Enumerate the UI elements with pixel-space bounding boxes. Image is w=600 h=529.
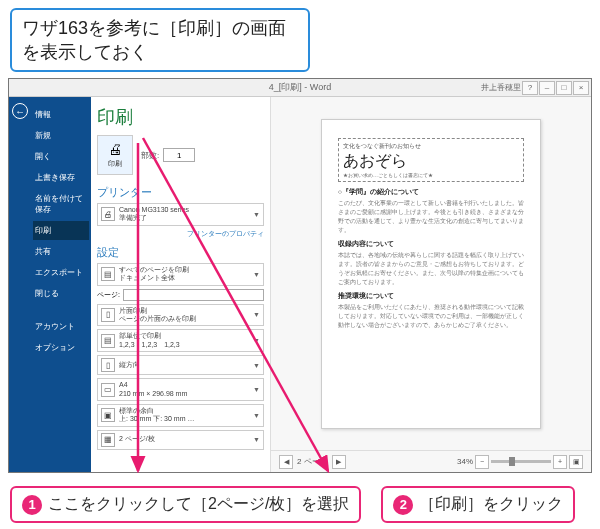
print-heading: 印刷 (97, 105, 264, 129)
doc-pretitle: 文化をつなぐ新刊のお知らせ (343, 142, 519, 151)
settings-section-heading: 設定 (97, 245, 264, 260)
callout-number-1: 1 (22, 495, 42, 515)
callout-1: 1 ここをクリックして［2ページ/枚］を選択 (10, 486, 361, 523)
chevron-down-icon: ▼ (253, 271, 260, 278)
sidebar-item-open[interactable]: 開く (33, 147, 89, 166)
zoom-value: 34% (457, 457, 473, 466)
doc-para: 本製品をご利用いただくにあたり、推奨される動作環境について記載しております。対応… (338, 303, 524, 330)
printer-icon: 🖨 (108, 141, 122, 157)
print-range-select[interactable]: ▤ すべてのページを印刷ドキュメント全体 ▼ (97, 263, 264, 286)
backstage-back-column: ← (9, 97, 31, 472)
print-button-label: 印刷 (108, 159, 122, 169)
sidebar-item-saveas[interactable]: 名前を付けて保存 (33, 189, 89, 219)
collate-icon: ▤ (101, 334, 115, 348)
page-indicator: 2 ページ (297, 456, 328, 467)
chevron-down-icon: ▼ (253, 412, 260, 419)
doc-para: このたび、文化事業の一環として新しい書籍を刊行いたしました。皆さまのご愛顧に感謝… (338, 199, 524, 235)
top-callout: ワザ163を参考に［印刷］の画面を表示しておく (10, 8, 310, 72)
single-side-icon: ▯ (101, 308, 115, 322)
margins-select[interactable]: ▣ 標準の余白上: 30 mm 下: 30 mm … ▼ (97, 404, 264, 427)
maximize-button[interactable]: □ (556, 81, 572, 95)
preview-pane: 文化をつなぐ新刊のお知らせ あおぞら ★お買い求め…ごともしくは書店にて★ ○『… (271, 97, 591, 472)
callout-2: 2 ［印刷］をクリック (381, 486, 575, 523)
printer-section-heading: プリンター (97, 185, 264, 200)
doc-heading-1: ○『学問』の紹介について (338, 188, 524, 197)
chevron-down-icon: ▼ (253, 337, 260, 344)
pages-per-sheet-icon: ▦ (101, 433, 115, 447)
paper-size-select[interactable]: ▭ A4210 mm × 296.98 mm ▼ (97, 378, 264, 401)
back-button[interactable]: ← (12, 103, 28, 119)
preview-page: 文化をつなぐ新刊のお知らせ あおぞら ★お買い求め…ごともしくは書店にて★ ○『… (321, 119, 541, 429)
doc-title: あおぞら (343, 151, 519, 172)
pages-per-sheet-select[interactable]: ▦ 2 ページ/枚 ▼ (97, 430, 264, 450)
collate-select[interactable]: ▤ 部単位で印刷1,2,3 1,2,3 1,2,3 ▼ (97, 329, 264, 352)
pages-icon: ▤ (101, 267, 115, 281)
minimize-button[interactable]: – (539, 81, 555, 95)
zoom-slider[interactable] (491, 460, 551, 463)
chevron-down-icon: ▼ (253, 211, 260, 218)
print-settings-panel: 印刷 🖨 印刷 部数: プリンター 🖨 Canon MG3130 series準… (91, 97, 271, 472)
help-button[interactable]: ? (522, 81, 538, 95)
printer-icon: 🖨 (101, 207, 115, 221)
zoom-in-button[interactable]: + (553, 455, 567, 469)
copies-label: 部数: (141, 150, 159, 161)
print-button[interactable]: 🖨 印刷 (97, 135, 133, 175)
signed-in-user: 井上香穂里 (481, 82, 521, 93)
chevron-down-icon: ▼ (253, 311, 260, 318)
margins-icon: ▣ (101, 408, 115, 422)
sidebar-item-options[interactable]: オプション (33, 338, 89, 357)
duplex-select[interactable]: ▯ 片面印刷ページの片面のみを印刷 ▼ (97, 304, 264, 327)
word-print-backstage: 4_[印刷] - Word 井上香穂里 ? – □ × ← 情報 新規 開く 上… (8, 78, 592, 473)
callout-text-1: ここをクリックして［2ページ/枚］を選択 (48, 494, 349, 515)
pages-input[interactable] (123, 289, 264, 301)
sidebar-item-info[interactable]: 情報 (33, 105, 89, 124)
copies-input[interactable] (163, 148, 195, 162)
sidebar-item-close[interactable]: 閉じる (33, 284, 89, 303)
printer-select[interactable]: 🖨 Canon MG3130 series準備完了 ▼ (97, 203, 264, 226)
next-page-button[interactable]: ▶ (332, 455, 346, 469)
chevron-down-icon: ▼ (253, 386, 260, 393)
sidebar-item-save[interactable]: 上書き保存 (33, 168, 89, 187)
sidebar-item-share[interactable]: 共有 (33, 242, 89, 261)
zoom-out-button[interactable]: − (475, 455, 489, 469)
callout-text-2: ［印刷］をクリック (419, 494, 563, 515)
titlebar: 4_[印刷] - Word 井上香穂里 ? – □ × (9, 79, 591, 97)
pages-label: ページ: (97, 290, 120, 300)
sidebar-item-export[interactable]: エクスポート (33, 263, 89, 282)
printer-properties-link[interactable]: プリンターのプロパティ (97, 229, 264, 239)
backstage-sidebar: 情報 新規 開く 上書き保存 名前を付けて保存 印刷 共有 エクスポート 閉じる… (31, 97, 91, 472)
chevron-down-icon: ▼ (253, 362, 260, 369)
portrait-icon: ▯ (101, 358, 115, 372)
doc-para: 本誌では、各地域の伝統や暮らしに関する話題を幅広く取り上げています。読者の皆さま… (338, 251, 524, 287)
doc-subtitle: ★お買い求め…ごともしくは書店にて★ (343, 172, 519, 178)
document-title: 4_[印刷] - Word (269, 81, 331, 94)
doc-heading-2: 収録内容について (338, 240, 524, 249)
fit-page-button[interactable]: ▣ (569, 455, 583, 469)
sidebar-item-new[interactable]: 新規 (33, 126, 89, 145)
doc-heading-3: 推奨環境について (338, 292, 524, 301)
chevron-down-icon: ▼ (253, 436, 260, 443)
prev-page-button[interactable]: ◀ (279, 455, 293, 469)
close-button[interactable]: × (573, 81, 589, 95)
sidebar-item-print[interactable]: 印刷 (33, 221, 89, 240)
sidebar-item-account[interactable]: アカウント (33, 317, 89, 336)
orientation-select[interactable]: ▯ 縦方向 ▼ (97, 355, 264, 375)
paper-icon: ▭ (101, 383, 115, 397)
callout-number-2: 2 (393, 495, 413, 515)
